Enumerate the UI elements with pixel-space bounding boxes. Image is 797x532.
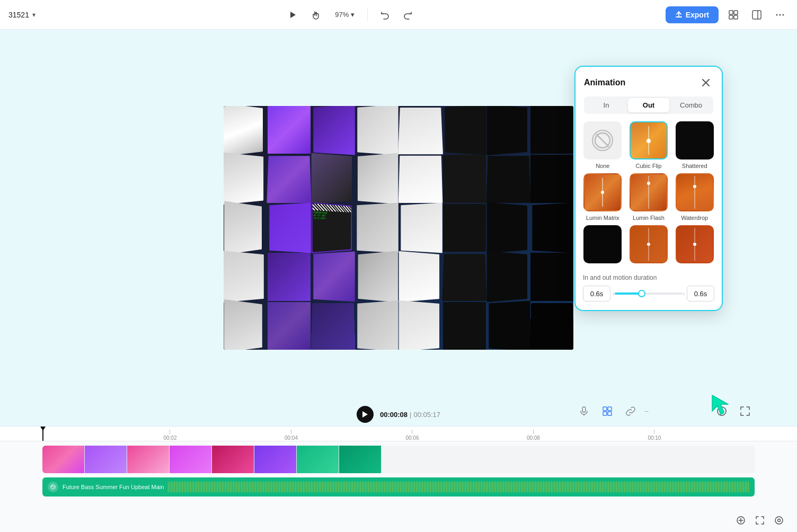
waterdrop-line bbox=[694, 176, 695, 208]
tile: PRODUCTION01 C2 A0212.0.2023 bbox=[311, 202, 351, 253]
no-symbol-icon bbox=[585, 122, 621, 158]
tile bbox=[399, 300, 439, 350]
tile bbox=[311, 303, 355, 350]
panel-close-button[interactable] bbox=[698, 75, 713, 90]
svg-marker-0 bbox=[290, 12, 296, 18]
anim-item-lumin-matrix[interactable]: Lumin Matrix bbox=[582, 173, 624, 221]
svg-rect-16 bbox=[608, 412, 612, 415]
ruler-mark-line bbox=[533, 430, 534, 434]
anim-item-waterdrop[interactable]: Waterdrop bbox=[674, 173, 715, 221]
main-play-button[interactable] bbox=[357, 406, 374, 423]
hand-tool-button[interactable] bbox=[307, 6, 324, 23]
more-options-button[interactable] bbox=[772, 6, 789, 23]
audio-waveform bbox=[168, 482, 749, 492]
tile bbox=[443, 302, 486, 350]
ruler-mark-line bbox=[412, 430, 412, 434]
audio-track[interactable]: Future Bass Summer Fun Upbeat Main bbox=[42, 477, 755, 496]
ruler-mark-label: 00:04 bbox=[285, 435, 298, 441]
ruler-marks: 00:02 00:04 00:06 00:08 00:10 bbox=[42, 427, 755, 441]
tile bbox=[313, 106, 355, 155]
anim-thumb-waterdrop[interactable] bbox=[676, 173, 714, 211]
fullscreen-button[interactable] bbox=[736, 402, 755, 421]
tile bbox=[224, 299, 262, 350]
grid-button[interactable] bbox=[598, 402, 617, 421]
tab-in[interactable]: In bbox=[586, 98, 627, 112]
video-track[interactable] bbox=[42, 446, 755, 473]
svg-rect-1 bbox=[729, 11, 733, 14]
motion-duration-label: In and out motion duration bbox=[583, 274, 714, 281]
redo-button[interactable] bbox=[400, 6, 417, 23]
anim-thumb-dark1[interactable] bbox=[583, 225, 622, 263]
anim-item-dark3[interactable] bbox=[674, 225, 715, 267]
duration-left-input[interactable] bbox=[583, 286, 610, 302]
anim-item-dark2[interactable] bbox=[628, 225, 670, 267]
zoom-control[interactable]: 97% ▾ bbox=[331, 8, 359, 21]
anim-thumb-lumin-flash[interactable] bbox=[630, 173, 668, 211]
ruler-mark-line bbox=[291, 430, 291, 434]
lumin-dot bbox=[601, 191, 604, 194]
playback-controls: 00:00:08 | 00:05:17 bbox=[357, 406, 440, 423]
slider-left-arrow[interactable]: ‹ bbox=[613, 291, 614, 297]
timeline-ruler: 00:02 00:04 00:06 00:08 00:10 bbox=[0, 427, 797, 441]
duration-slider[interactable]: ‹ › bbox=[615, 286, 683, 302]
anim-item-shattered[interactable]: Shattered bbox=[674, 121, 715, 169]
undo-button[interactable] bbox=[376, 6, 393, 23]
timeline-expand-button[interactable] bbox=[752, 513, 767, 528]
panel-toggle-button[interactable] bbox=[748, 6, 765, 23]
tab-combo[interactable]: Combo bbox=[670, 98, 712, 112]
tile bbox=[357, 202, 398, 253]
anim-thumb-cubic-flip[interactable] bbox=[630, 121, 668, 159]
anim-thumb-none[interactable] bbox=[583, 121, 622, 159]
duration-right-input[interactable] bbox=[687, 286, 714, 302]
tile bbox=[442, 254, 486, 302]
panel-title: Animation bbox=[584, 78, 625, 87]
anim-thumb-dark2[interactable] bbox=[630, 225, 668, 263]
ruler-mark-label: 00:06 bbox=[405, 435, 419, 441]
motion-duration-section: In and out motion duration ‹ › bbox=[575, 274, 722, 302]
motion-duration-row: ‹ › bbox=[583, 286, 714, 302]
timeline-add-button[interactable] bbox=[733, 513, 748, 528]
layout-button[interactable] bbox=[725, 6, 742, 23]
video-preview: PRODUCTION01 C2 A0212.0.2023 bbox=[224, 106, 573, 350]
anim-label-lumin-flash: Lumin Flash bbox=[633, 215, 665, 221]
ruler-mark-line bbox=[654, 430, 654, 434]
tile bbox=[224, 106, 263, 156]
project-name: 31521 bbox=[8, 11, 29, 19]
link-button[interactable] bbox=[621, 402, 640, 421]
ruler-mark-label: 00:02 bbox=[163, 435, 176, 441]
tile bbox=[267, 156, 311, 203]
tile bbox=[398, 156, 442, 203]
mic-button[interactable] bbox=[574, 402, 594, 421]
add-button[interactable] bbox=[712, 402, 731, 421]
timeline-settings-button[interactable] bbox=[772, 513, 786, 528]
ruler-mark-02: 00:02 bbox=[163, 430, 176, 441]
animation-panel: Animation In Out Combo None bbox=[574, 66, 723, 311]
anim-item-lumin-flash[interactable]: Lumin Flash bbox=[628, 173, 670, 221]
anim-thumb-lumin-matrix[interactable] bbox=[583, 173, 622, 211]
tile bbox=[268, 253, 311, 300]
svg-rect-2 bbox=[734, 11, 738, 14]
anim-item-dark1[interactable] bbox=[582, 225, 624, 267]
svg-rect-3 bbox=[729, 15, 733, 19]
svg-rect-15 bbox=[603, 412, 607, 415]
anim-thumb-shattered[interactable] bbox=[676, 121, 714, 159]
dark3-dot bbox=[693, 243, 696, 246]
playhead-marker bbox=[40, 427, 46, 431]
anim-label-lumin-matrix: Lumin Matrix bbox=[586, 215, 619, 221]
slider-thumb[interactable] bbox=[638, 290, 645, 297]
export-button[interactable]: Export bbox=[666, 6, 719, 23]
anim-item-cubic-flip[interactable]: Cubic Flip bbox=[628, 121, 670, 169]
anim-thumb-dark3[interactable] bbox=[676, 225, 714, 263]
video-thumb-strip bbox=[42, 446, 382, 473]
toolbar: 31521 ▾ 97% ▾ bbox=[0, 0, 797, 30]
waterdrop-dot bbox=[693, 185, 696, 188]
tab-out[interactable]: Out bbox=[628, 98, 669, 112]
panel-header: Animation bbox=[575, 67, 722, 96]
tile bbox=[486, 106, 527, 156]
thumb-strip-item bbox=[212, 446, 254, 473]
audio-sync-icon bbox=[48, 482, 58, 492]
play-button[interactable] bbox=[284, 6, 301, 23]
slider-right-arrow[interactable]: › bbox=[683, 291, 685, 297]
anim-item-none[interactable]: None bbox=[582, 121, 624, 169]
tile bbox=[224, 153, 263, 205]
